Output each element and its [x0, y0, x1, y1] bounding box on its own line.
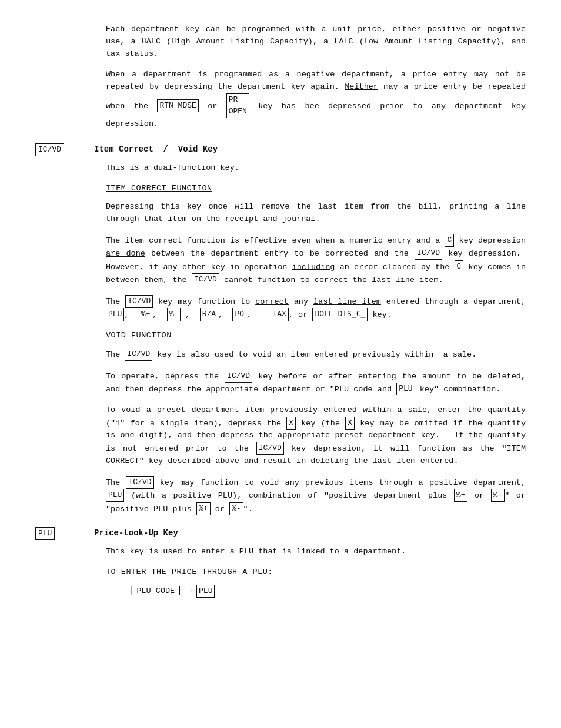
icvd-key-inline-4: IC/VD — [125, 348, 152, 361]
void-p3: To void a preset department item previou… — [106, 404, 526, 468]
icvd-key-box: IC/VD — [35, 143, 64, 156]
icvd-key-inline-3: IC/VD — [125, 295, 153, 308]
top-paragraph-1: Each department key can be programmed wi… — [106, 24, 526, 61]
including-text: including — [292, 262, 335, 271]
icvd-title-bold: Void Key — [178, 145, 218, 154]
icvd-key-inline-7: IC/VD — [126, 476, 153, 489]
plu-formula: |PLU CODE| → PLU — [129, 585, 526, 598]
x-key-2: X — [345, 417, 355, 430]
plu-key-formula: PLU — [196, 585, 215, 598]
po-key: PO — [232, 308, 246, 321]
neither-text: Neither — [345, 82, 378, 91]
correct-text: correct — [255, 297, 289, 306]
rtn-mdse-key: RTN MDSE — [157, 99, 198, 112]
plu-key-box: PLU — [35, 527, 55, 540]
void-p2: To operate, depress the IC/VD key before… — [106, 370, 526, 396]
icvd-section-title: Item Correct / Void Key — [94, 142, 218, 156]
plu-section-label: PLU — [35, 526, 94, 540]
doll-disc-key: DOLL DIS̲C̲ — [312, 308, 368, 321]
icvd-intro: This is a dual-function key. — [106, 162, 526, 175]
plu-section: PLU Price-Look-Up Key This key is used t… — [35, 526, 526, 598]
pr-open-key: PROPEN — [226, 93, 249, 118]
pct-plus-key-3: %+ — [196, 502, 211, 515]
plu-code-pipe-close: | — [177, 585, 182, 598]
void-p1: The IC/VD key is also used to void an it… — [106, 348, 526, 361]
plu-key-2: PLU — [396, 383, 415, 395]
c-key-1: C — [445, 234, 454, 247]
top-paragraph-2: When a department is programmed as a neg… — [106, 69, 526, 130]
plu-intro: This key is used to enter a PLU that is … — [106, 546, 526, 558]
plu-key-3: PLU — [106, 489, 124, 502]
icvd-key-inline-2: IC/VD — [192, 273, 219, 286]
c-key-2: C — [455, 260, 464, 273]
icvd-key-inline-5: IC/VD — [225, 370, 252, 383]
plu-section-title: Price-Look-Up Key — [94, 526, 178, 540]
pct-minus-key-3: %- — [229, 502, 243, 515]
icvd-key-inline-6: IC/VD — [256, 442, 284, 455]
top-paragraphs: Each department key can be programmed wi… — [35, 24, 526, 130]
plu-title-bold: Price-Look-Up Key — [94, 528, 178, 538]
icvd-section-label: IC/VD — [35, 142, 94, 156]
last-line-text: last line item — [313, 297, 381, 306]
pct-minus-key-1: %- — [167, 308, 181, 321]
plu-code-pipe-open: | — [129, 585, 134, 598]
icvd-key-inline-1: IC/VD — [415, 247, 442, 260]
item-correct-title: ITEM CORRECT FUNCTION — [106, 183, 526, 195]
plu-arrow: → — [187, 585, 192, 598]
enter-price-title: TO ENTER THE PRICE THROUGH A PLU: — [106, 566, 526, 579]
pct-minus-key-2: %- — [491, 489, 505, 502]
item-correct-p3: The IC/VD key may function to correct an… — [106, 295, 526, 321]
plu-section-header: PLU Price-Look-Up Key — [35, 526, 526, 540]
page: Each department key can be programmed wi… — [0, 0, 561, 728]
item-correct-p1: Depressing this key once will remove the… — [106, 201, 526, 226]
item-correct-p2: The item correct function is effective e… — [106, 234, 526, 287]
pct-plus-key-1: %+ — [139, 308, 153, 321]
icvd-section-header: IC/VD Item Correct / Void Key — [35, 142, 526, 156]
void-function-title: VOID FUNCTION — [106, 330, 526, 342]
plu-key-1: PLU — [106, 308, 124, 321]
pct-plus-key-2: %+ — [454, 489, 468, 502]
are-done-text: are done — [106, 249, 145, 258]
void-p4: The IC/VD key may function to void any p… — [106, 476, 526, 516]
x-key-1: X — [286, 417, 296, 430]
plu-code-label: PLU CODE — [136, 585, 175, 598]
icvd-section: IC/VD Item Correct / Void Key This is a … — [35, 142, 526, 515]
tax-key: TAX — [271, 308, 289, 321]
ra-key: R/A — [200, 308, 218, 321]
